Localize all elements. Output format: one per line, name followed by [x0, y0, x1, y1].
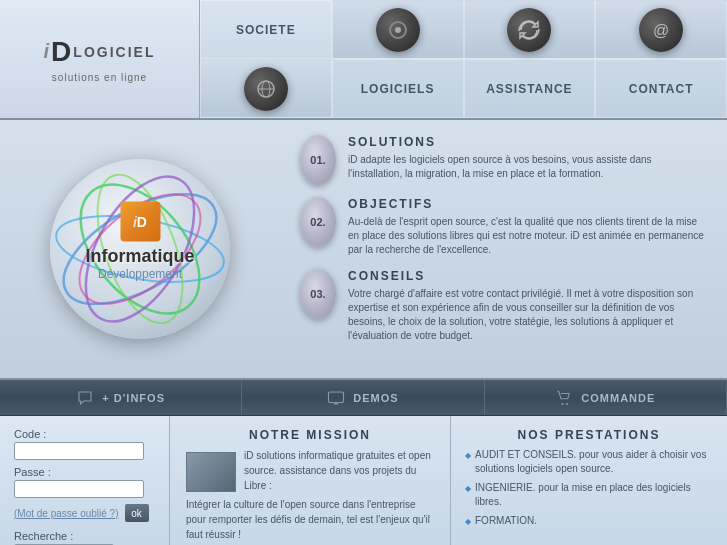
nav-icon-3[interactable]: @ [595, 0, 727, 59]
prestation-text-1: AUDIT ET CONSEILS. pour vous aider à cho… [475, 448, 713, 476]
pass-input[interactable] [14, 480, 144, 498]
mission-title: NOTRE MISSION [186, 428, 434, 442]
nav-contact[interactable]: CONTACT [595, 59, 727, 118]
svg-point-1 [395, 27, 401, 33]
mission-panel: NOTRE MISSION iD solutions informatique … [170, 416, 451, 545]
bottom-nav: + D'INFOS DEMOS COMMANDE [0, 380, 727, 416]
main-content: iD Informatique Développement 01. SOLUTI… [0, 120, 727, 380]
prestations-panel: NOS PRESTATIONS ◆ AUDIT ET CONSEILS. pou… [451, 416, 727, 545]
monitor-icon [327, 389, 345, 407]
nav-icon-at: @ [639, 8, 683, 52]
svg-point-16 [566, 402, 568, 404]
hero-subtitle: Développement [85, 267, 194, 281]
logo-tagline: solutions en ligne [52, 72, 147, 83]
prestations-title: NOS PRESTATIONS [465, 428, 713, 442]
pass-label: Passe : [14, 466, 155, 478]
num-oval-3: 03. [300, 269, 336, 319]
login-panel: Code : Passe : (Mot de passe oublié ?) o… [0, 416, 170, 545]
info-title-3: CONSEILS [348, 269, 707, 283]
badge-text: iD [133, 214, 147, 230]
info-row-3: 03. CONSEILS Votre chargé d'affaire est … [300, 269, 707, 343]
nav-societe[interactable]: SOCIETE [200, 0, 332, 59]
nav-demos[interactable]: DEMOS [242, 380, 484, 415]
info-num-3: 03. [300, 269, 336, 319]
nav-area: SOCIETE @ [200, 0, 727, 118]
world-icon [254, 77, 278, 101]
info-body-2: Au-delà de l'esprit open source, c'est l… [348, 215, 707, 257]
logo-area: i D LOGICIEL solutions en ligne [0, 0, 200, 118]
info-body-3: Votre chargé d'affaire est votre contact… [348, 287, 707, 343]
commande-label: COMMANDE [581, 392, 655, 404]
info-panel: 01. SOLUTIONS iD adapte les logiciels op… [280, 120, 727, 378]
hero-title: Informatique [85, 246, 194, 267]
prestation-item-1: ◆ AUDIT ET CONSEILS. pour vous aider à c… [465, 448, 713, 476]
info-text-2: OBJECTIFS Au-delà de l'esprit open sourc… [348, 197, 707, 257]
svg-point-15 [562, 402, 564, 404]
svg-text:@: @ [653, 22, 669, 39]
nav-icon-globe[interactable] [200, 59, 332, 118]
nav-icon-ball [376, 8, 420, 52]
diamond-icon-3: ◆ [465, 516, 471, 527]
code-label: Code : [14, 428, 155, 440]
infos-label: + D'INFOS [102, 392, 165, 404]
prestation-text-3: FORMATION. [475, 514, 537, 528]
mission-p2: Intégrer la culture de l'open source dan… [186, 497, 434, 542]
header: i D LOGICIEL solutions en ligne SOCIETE [0, 0, 727, 120]
nav-logiciels[interactable]: LOGICIELS [332, 59, 464, 118]
demos-label: DEMOS [353, 392, 398, 404]
mission-image [186, 452, 236, 492]
nav-icon-2[interactable] [464, 0, 596, 59]
cart-icon [555, 389, 573, 407]
center-badge: iD [120, 202, 160, 242]
diamond-icon-1: ◆ [465, 450, 471, 461]
lower-section: Code : Passe : (Mot de passe oublié ?) o… [0, 416, 727, 545]
info-title-1: SOLUTIONS [348, 135, 707, 149]
code-field: Code : [14, 428, 155, 460]
sphere-container: iD Informatique Développement [40, 149, 240, 349]
info-row-2: 02. OBJECTIFS Au-delà de l'esprit open s… [300, 197, 707, 257]
nav-icon-1[interactable] [332, 0, 464, 59]
circle-icon [386, 18, 410, 42]
refresh-icon [517, 18, 541, 42]
logo-text: i D LOGICIEL [44, 36, 156, 68]
info-text-3: CONSEILS Votre chargé d'affaire est votr… [348, 269, 707, 343]
nav-icon-refresh [507, 8, 551, 52]
login-ok-button[interactable]: ok [125, 504, 149, 522]
globe-icon [244, 67, 288, 111]
prestation-item-2: ◆ INGENIERIE. pour la mise en place des … [465, 481, 713, 509]
prestation-item-3: ◆ FORMATION. [465, 514, 713, 528]
diamond-icon-2: ◆ [465, 483, 471, 494]
info-text-1: SOLUTIONS iD adapte les logiciels open s… [348, 135, 707, 185]
prestation-text-2: INGENIERIE. pour la mise en place des lo… [475, 481, 713, 509]
graphic-panel: iD Informatique Développement [0, 120, 280, 378]
logo-i-letter: i [44, 40, 50, 63]
info-num-2: 02. [300, 197, 336, 247]
search-label: Recherche : [14, 530, 155, 542]
speech-icon [76, 389, 94, 407]
nav-infos[interactable]: + D'INFOS [0, 380, 242, 415]
logo-d-letter: D [51, 36, 71, 68]
num-oval-2: 02. [300, 197, 336, 247]
info-title-2: OBJECTIFS [348, 197, 707, 211]
num-oval-1: 01. [300, 135, 336, 185]
nav-commande[interactable]: COMMANDE [485, 380, 727, 415]
code-input[interactable] [14, 442, 144, 460]
info-num-1: 01. [300, 135, 336, 185]
logo-center: iD Informatique Développement [85, 202, 194, 281]
info-body-1: iD adapte les logiciels open source à vo… [348, 153, 707, 181]
nav-assistance[interactable]: ASSISTANCE [464, 59, 596, 118]
info-row-1: 01. SOLUTIONS iD adapte les logiciels op… [300, 135, 707, 185]
pass-field: Passe : [14, 466, 155, 498]
at-icon: @ [649, 18, 673, 42]
logo-name: LOGICIEL [73, 44, 155, 60]
forgot-password-link[interactable]: (Mot de passe oublié ?) [14, 508, 119, 519]
svg-rect-12 [329, 392, 344, 403]
